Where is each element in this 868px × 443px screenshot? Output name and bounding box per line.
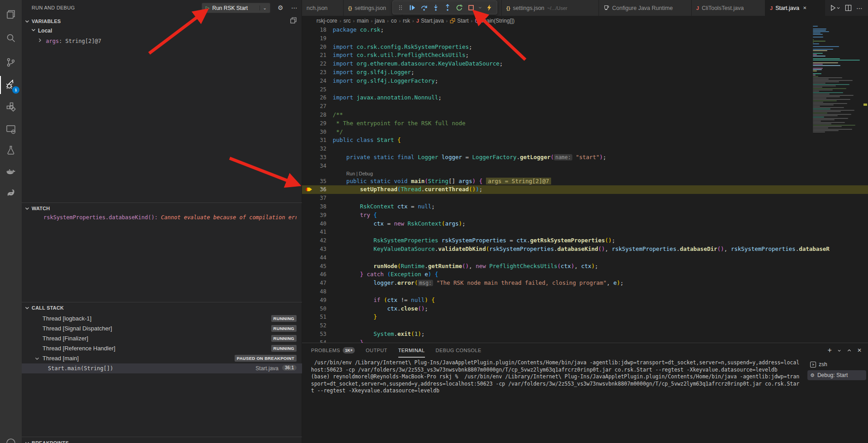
code-line-20[interactable]: 20import co.rsk.config.RskSystemProperti… xyxy=(302,43,868,52)
code-line-26[interactable]: 26import javax.annotation.Nonnull; xyxy=(302,94,868,102)
new-terminal-icon[interactable]: + xyxy=(828,346,832,354)
step-into-icon[interactable] xyxy=(430,2,442,14)
code-line-35[interactable]: 35 public static void main(String[] args… xyxy=(302,177,868,186)
breadcrumb-item[interactable]: rsk xyxy=(403,18,410,24)
code-line-36[interactable]: 36 setUpThread(Thread.currentThread()); xyxy=(302,185,868,194)
code-line-53[interactable]: 53 System.exit(1); xyxy=(302,330,868,339)
run-config-dropdown[interactable]: ▷ Run RSK Start ⌄ xyxy=(202,3,270,13)
step-over-icon[interactable] xyxy=(418,2,430,14)
watch-expression[interactable]: rskSystemProperties.databaseKind(): Cann… xyxy=(43,214,297,221)
call-stack-thread[interactable]: Thread [Finalizer]RUNNING xyxy=(22,334,302,344)
tab-start-java[interactable]: JStart.java✕ xyxy=(765,0,825,16)
activity-bar-item-source-control[interactable] xyxy=(0,52,22,74)
code-line-33[interactable]: 33 private static final Logger logger = … xyxy=(302,153,868,162)
code-line-45[interactable]: 45 runNode(Runtime.getRuntime(), new Pre… xyxy=(302,262,868,271)
watch-section-header[interactable]: WATCH xyxy=(22,204,302,213)
close-panel-icon[interactable]: ✕ xyxy=(857,347,862,353)
code-line-18[interactable]: 18package co.rsk; xyxy=(302,26,868,34)
panel-tab-debug-console[interactable]: DEBUG CONSOLE xyxy=(436,343,481,358)
run-java-button[interactable] xyxy=(830,5,840,11)
variable-args[interactable]: args: String[2]@7 xyxy=(37,38,101,44)
minimap[interactable] xyxy=(813,26,863,343)
code-line-49[interactable]: 49 if (ctx != null) { xyxy=(302,296,868,305)
activity-bar-item-account[interactable] xyxy=(0,432,22,443)
more-actions-icon[interactable]: ⋯ xyxy=(291,4,298,11)
call-stack-section-header[interactable]: CALL STACK xyxy=(22,304,302,313)
code-line-43[interactable]: 43 KeyValueDataSource.validateDbKind(rsk… xyxy=(302,245,868,254)
code-line-29[interactable]: 29 * The entrypoint for the RSK full nod… xyxy=(302,119,868,128)
tab-settings-json[interactable]: {}settings.json~/.../User xyxy=(502,0,599,16)
breadcrumb-item[interactable]: rskj-core xyxy=(316,18,337,24)
code-line-25[interactable]: 25 xyxy=(302,85,868,94)
terminal-list-item-zsh[interactable]: >zsh xyxy=(807,359,866,369)
panel-tab-problems[interactable]: PROBLEMS1K+ xyxy=(311,343,355,358)
code-line-38[interactable]: 38 RskContext ctx = null; xyxy=(302,203,868,211)
variables-section-header[interactable]: VARIABLES xyxy=(22,17,302,26)
code-lens-run-debug[interactable]: Run | Debug xyxy=(302,170,868,177)
breakpoints-section-header[interactable]: BREAKPOINTS xyxy=(22,439,302,443)
call-stack-thread[interactable]: Thread [Signal Dispatcher]RUNNING xyxy=(22,324,302,334)
activity-bar-item-testing[interactable] xyxy=(0,140,22,162)
chevron-down-icon[interactable]: ⌄ xyxy=(259,5,270,10)
panel-tab-terminal[interactable]: TERMINAL xyxy=(398,343,425,358)
code-line-44[interactable]: 44 xyxy=(302,254,868,262)
restart-icon[interactable] xyxy=(453,2,465,14)
code-line-40[interactable]: 40 ctx = new RskContext(args); xyxy=(302,220,868,228)
code-line-37[interactable]: 37 xyxy=(302,194,868,203)
terminal-output[interactable]: /usr/bin/env /Library/Internet\ Plug-Ins… xyxy=(311,359,815,395)
code-editor[interactable]: 18package co.rsk;1920import co.rsk.confi… xyxy=(302,26,868,343)
code-line-51[interactable]: 51 } xyxy=(302,313,868,321)
stop-icon[interactable] xyxy=(465,2,477,14)
breadcrumb-item[interactable]: java xyxy=(375,18,385,24)
code-line-22[interactable]: 22import org.ethereum.datasource.KeyValu… xyxy=(302,60,868,68)
close-icon[interactable]: ✕ xyxy=(803,5,807,10)
breadcrumb-item[interactable]: main xyxy=(357,18,368,24)
chevron-icon[interactable] xyxy=(477,2,483,14)
call-stack-thread[interactable]: Thread [main]PAUSED ON BREAKPOINT xyxy=(22,353,302,363)
tab-clitoolstest-java[interactable]: JCliToolsTest.java xyxy=(692,0,765,16)
activity-bar-item-gradle[interactable] xyxy=(0,183,22,204)
continue-icon[interactable] xyxy=(406,2,418,14)
code-line-47[interactable]: 47 logger.error(msg: "The RSK node main … xyxy=(302,279,868,287)
lightning-icon[interactable] xyxy=(483,2,495,14)
more-actions-icon[interactable]: ⋯ xyxy=(856,5,863,12)
breadcrumb-item[interactable]: co xyxy=(391,18,397,24)
terminal-list-item-debug-start[interactable]: ⚙Debug: Start xyxy=(807,370,866,380)
maximize-panel-icon[interactable] xyxy=(847,348,852,353)
code-line-50[interactable]: 50 ctx.close(); xyxy=(302,305,868,313)
code-line-28[interactable]: 28/** xyxy=(302,111,868,119)
code-line-30[interactable]: 30 */ xyxy=(302,128,868,137)
code-line-23[interactable]: 23import org.slf4j.Logger; xyxy=(302,68,868,77)
breadcrumb-file[interactable]: JStart.java xyxy=(416,18,444,24)
breadcrumb-symbol-class[interactable]: Start xyxy=(450,18,468,24)
code-line-32[interactable]: 32 xyxy=(302,145,868,153)
variables-local-scope[interactable]: Local xyxy=(31,27,52,34)
split-editor-icon[interactable] xyxy=(845,5,852,11)
breadcrumb-item[interactable]: src xyxy=(344,18,351,24)
activity-bar-item-docker[interactable] xyxy=(0,162,22,184)
activity-bar-item-run-and-debug[interactable]: 1 xyxy=(0,74,22,96)
code-line-39[interactable]: 39 try { xyxy=(302,211,868,220)
code-line-52[interactable]: 52 xyxy=(302,321,868,330)
activity-bar-item-explorer[interactable] xyxy=(0,5,22,26)
tab-nch-json[interactable]: nch.json xyxy=(302,0,344,16)
code-line-46[interactable]: 46 } catch (Exception e) { xyxy=(302,270,868,279)
code-line-48[interactable]: 48 xyxy=(302,287,868,296)
stack-frame-selected[interactable]: Start.main(String[])Start.java36:1 xyxy=(22,363,302,373)
panel-tab-output[interactable]: OUTPUT xyxy=(366,343,387,358)
code-line-54[interactable]: 54 } xyxy=(302,339,868,343)
breadcrumb-symbol-method[interactable]: main(String[]) xyxy=(475,18,514,24)
code-line-41[interactable]: 41 xyxy=(302,228,868,236)
code-line-24[interactable]: 24import org.slf4j.LoggerFactory; xyxy=(302,77,868,85)
activity-bar-item-remote-explorer[interactable] xyxy=(0,119,22,141)
code-line-19[interactable]: 19 xyxy=(302,34,868,43)
tab-configure-java-runtime[interactable]: Configure Java Runtime xyxy=(599,0,692,16)
step-out-icon[interactable] xyxy=(442,2,453,14)
activity-bar-item-search[interactable] xyxy=(0,28,22,50)
activity-bar-item-extensions[interactable] xyxy=(0,97,22,118)
code-line-27[interactable]: 27 xyxy=(302,102,868,111)
code-line-31[interactable]: 31public class Start { xyxy=(302,136,868,145)
code-line-34[interactable]: 34 xyxy=(302,162,868,170)
call-stack-thread[interactable]: Thread [logback-1]RUNNING xyxy=(22,314,302,324)
gear-icon[interactable]: ⚙ xyxy=(278,4,283,11)
